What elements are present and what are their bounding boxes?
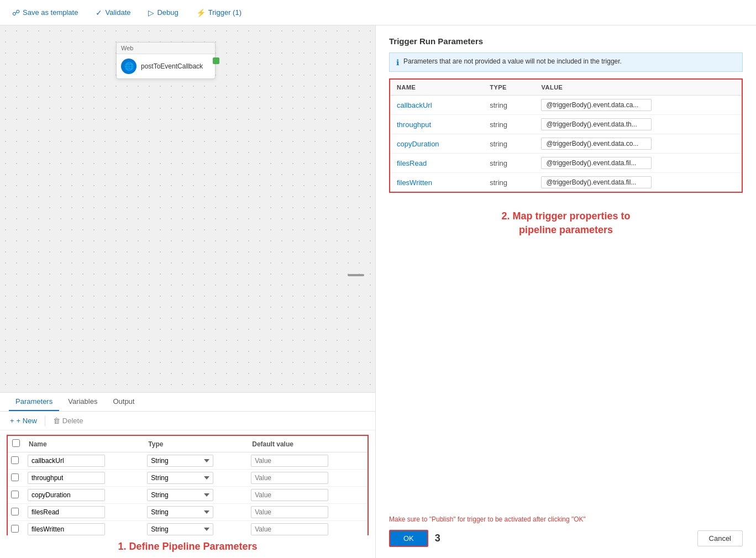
footer-buttons: OK 3 Cancel (389, 530, 743, 547)
info-banner: ℹ Parameters that are not provided a val… (389, 52, 743, 72)
row-type-cell: String Int Float Bool Array Object (144, 470, 248, 487)
param-type-select[interactable]: String Int Float Bool Array Object (147, 506, 213, 518)
trigger-value-input[interactable] (541, 118, 652, 130)
step2-label: 2. Map trigger properties topipeline par… (389, 209, 743, 237)
trigger-row-name: filesRead (390, 154, 483, 173)
table-row: String Int Float Bool Array Object (7, 504, 368, 521)
row-value-cell (248, 521, 368, 536)
step3-label: 3 (435, 533, 440, 544)
trigger-table-row: filesRead string (390, 154, 742, 173)
header-default: Default value (248, 435, 368, 452)
row-name-cell (24, 487, 144, 504)
delete-icon: 🗑 (53, 417, 60, 425)
activity-node[interactable]: Web 🌐 postToEventCallback (116, 42, 216, 79)
row-value-cell (248, 487, 368, 504)
save-icon: ☍ (12, 8, 20, 17)
bottom-tabs: Parameters Variables Output (0, 393, 375, 412)
row-value-cell (248, 470, 368, 487)
row-checkbox[interactable] (11, 525, 19, 533)
trigger-value-input[interactable] (541, 157, 652, 169)
save-template-button[interactable]: ☍ Save as template (9, 6, 81, 19)
param-value-input[interactable] (251, 472, 328, 484)
row-checkbox[interactable] (11, 491, 19, 498)
select-all-checkbox[interactable] (12, 439, 20, 447)
trigger-header-value: VALUE (534, 80, 742, 96)
activity-node-header: Web (117, 43, 215, 54)
row-name-cell (24, 452, 144, 470)
trigger-value-input[interactable] (541, 99, 652, 111)
param-type-select[interactable]: String Int Float Bool Array Object (147, 455, 213, 467)
trigger-row-name: throughput (390, 115, 483, 134)
trigger-button[interactable]: ⚡ Trigger (1) (193, 6, 245, 19)
row-checkbox[interactable] (11, 508, 19, 515)
delete-param-button[interactable]: 🗑 Delete (50, 415, 87, 427)
trigger-row-name: filesWritten (390, 173, 483, 192)
tab-variables[interactable]: Variables (61, 393, 104, 411)
trigger-value-input[interactable] (541, 176, 652, 188)
step1-label: 1. Define Pipeline Parameters (0, 535, 375, 558)
param-type-select[interactable]: String Int Float Bool Array Object (147, 472, 213, 484)
table-row: String Int Float Bool Array Object (7, 521, 368, 536)
debug-button[interactable]: ▷ Debug (145, 6, 181, 19)
new-param-button[interactable]: + + New (7, 415, 40, 427)
param-type-select[interactable]: String Int Float Bool Array Object (147, 489, 213, 501)
row-checkbox[interactable] (11, 456, 19, 464)
param-name-input[interactable] (28, 472, 105, 484)
ok-button[interactable]: OK (389, 530, 428, 547)
row-value-cell (248, 504, 368, 521)
param-type-select[interactable]: String Int Float Bool Array Object (147, 523, 213, 535)
param-value-input[interactable] (251, 489, 328, 501)
row-type-cell: String Int Float Bool Array Object (144, 487, 248, 504)
param-name-input[interactable] (28, 489, 105, 501)
tab-output[interactable]: Output (106, 393, 141, 411)
header-name: Name (24, 435, 144, 452)
row-name-cell (24, 470, 144, 487)
activity-connector (213, 57, 219, 64)
row-type-cell: String Int Float Bool Array Object (144, 504, 248, 521)
activity-node-body: 🌐 postToEventCallback (117, 54, 215, 78)
row-name-cell (24, 521, 144, 536)
params-table-container: Name Type Default value String Int Float… (0, 430, 375, 535)
trigger-row-name: callbackUrl (390, 96, 483, 115)
trigger-header-type: TYPE (483, 80, 534, 96)
cancel-button[interactable]: Cancel (697, 530, 743, 546)
main-container: Web 🌐 postToEventCallback Parameters Var… (0, 25, 756, 558)
publish-warning: Make sure to "Publish" for trigger to be… (389, 515, 743, 523)
trigger-row-name: copyDuration (390, 134, 483, 154)
validate-button[interactable]: ✓ Validate (92, 6, 134, 19)
trigger-row-value (534, 154, 742, 173)
table-row: String Int Float Bool Array Object (7, 487, 368, 504)
trigger-row-type: string (483, 154, 534, 173)
row-checkbox-cell (7, 487, 24, 504)
row-checkbox[interactable] (11, 473, 19, 481)
row-checkbox-cell (7, 452, 24, 470)
trigger-table-row: filesWritten string (390, 173, 742, 192)
trigger-row-value (534, 134, 742, 154)
param-value-input[interactable] (251, 455, 328, 467)
minimize-handle[interactable] (348, 274, 364, 276)
params-table: Name Type Default value String Int Float… (7, 435, 369, 535)
param-name-input[interactable] (28, 523, 105, 535)
param-name-input[interactable] (28, 455, 105, 467)
row-type-cell: String Int Float Bool Array Object (144, 521, 248, 536)
row-checkbox-cell (7, 521, 24, 536)
trigger-row-value (534, 115, 742, 134)
param-value-input[interactable] (251, 523, 328, 535)
tab-parameters[interactable]: Parameters (9, 393, 59, 411)
trigger-table-row: throughput string (390, 115, 742, 134)
trigger-value-input[interactable] (541, 138, 652, 150)
canvas-area: Web 🌐 postToEventCallback (0, 25, 375, 392)
trigger-row-value (534, 96, 742, 115)
trigger-row-type: string (483, 96, 534, 115)
trigger-icon: ⚡ (196, 8, 206, 17)
trigger-panel-title: Trigger Run Parameters (389, 36, 743, 46)
param-value-input[interactable] (251, 506, 328, 518)
web-icon: 🌐 (121, 59, 136, 74)
trigger-row-value (534, 173, 742, 192)
row-checkbox-cell (7, 470, 24, 487)
trigger-table-row: copyDuration string (390, 134, 742, 154)
param-name-input[interactable] (28, 506, 105, 518)
header-type: Type (144, 435, 248, 452)
trigger-table: NAME TYPE VALUE callbackUrl string throu… (390, 80, 742, 192)
info-icon: ℹ (396, 58, 399, 67)
